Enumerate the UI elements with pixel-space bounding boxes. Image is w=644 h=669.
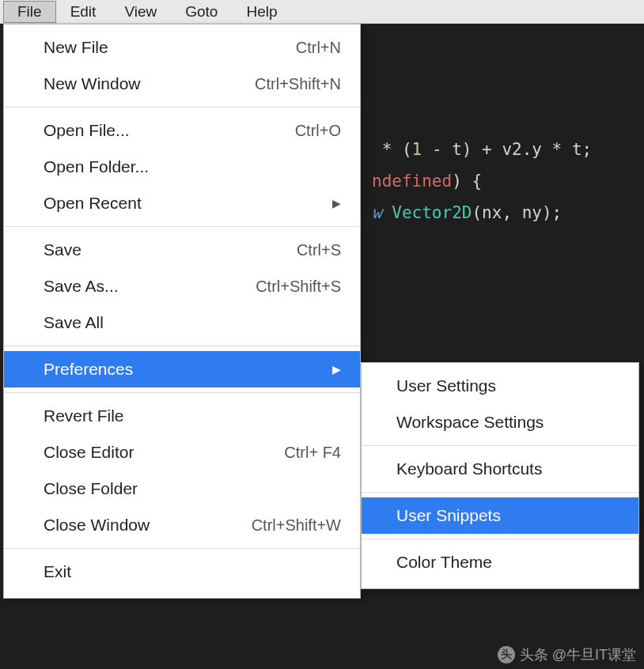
file-menu-dropdown: New FileCtrl+NNew WindowCtrl+Shift+NOpen… [3,24,361,599]
menubar: FileEditViewGotoHelp [0,0,644,24]
submenu-item-color-theme[interactable]: Color Theme [362,544,638,580]
menu-item-open-file[interactable]: Open File...Ctrl+O [4,112,360,149]
menu-help[interactable]: Help [232,1,291,23]
menu-item-close-window[interactable]: Close WindowCtrl+Shift+W [4,507,360,543]
menu-item-label: Open File... [44,121,295,140]
menu-item-shortcut: Ctrl+Shift+S [256,278,341,296]
menu-item-label: Save As... [44,277,256,296]
submenu-item-workspace-settings[interactable]: Workspace Settings [362,404,638,440]
menu-item-open-recent[interactable]: Open Recent▶ [4,185,360,221]
menu-item-label: Preferences [44,360,332,379]
code-token: * ( [372,140,412,159]
code-token: ) { [452,172,482,191]
chevron-right-icon: ▶ [332,197,341,210]
menu-item-save[interactable]: SaveCtrl+S [4,232,360,268]
menu-item-exit[interactable]: Exit [4,554,360,590]
watermark-text: 头条 @牛旦IT课堂 [520,645,636,664]
menu-view[interactable]: View [110,1,171,23]
code-token: Vector2D [382,203,472,222]
submenu-item-label: Keyboard Shortcuts [396,459,542,478]
menu-item-label: Save All [44,313,341,332]
menu-item-label: Open Folder... [44,157,341,176]
code-token: - t) + v2.y * t; [422,140,592,159]
watermark-icon: 头 [498,646,515,663]
menu-separator [4,107,360,108]
menu-separator [362,445,638,446]
menu-separator [362,492,638,493]
menu-item-open-folder[interactable]: Open Folder... [4,149,360,185]
menu-item-shortcut: Ctrl+Shift+N [255,75,341,93]
menu-item-close-editor[interactable]: Close EditorCtrl+ F4 [4,434,360,471]
menu-item-new-window[interactable]: New WindowCtrl+Shift+N [4,66,360,102]
submenu-item-label: User Snippets [396,506,501,525]
submenu-item-user-settings[interactable]: User Settings [362,368,638,404]
menu-separator [362,539,638,539]
menu-item-close-folder[interactable]: Close Folder [4,471,360,507]
menu-goto[interactable]: Goto [171,1,232,23]
menu-separator [4,226,360,227]
menu-item-label: Open Recent [44,194,332,213]
menu-item-save-all[interactable]: Save All [4,304,360,341]
menu-file[interactable]: File [3,1,56,23]
submenu-item-label: User Settings [396,376,496,395]
menu-item-label: Save [44,240,297,259]
menu-item-shortcut: Ctrl+Shift+W [252,516,341,535]
preferences-submenu: User SettingsWorkspace SettingsKeyboard … [361,362,639,589]
code-token: (nx, ny); [472,203,562,222]
menu-item-label: Exit [44,562,341,581]
watermark: 头 头条 @牛旦IT课堂 [498,645,636,664]
menu-item-shortcut: Ctrl+N [296,39,341,57]
menu-item-revert-file[interactable]: Revert File [4,398,360,434]
menu-item-label: Close Editor [44,443,284,462]
menu-item-label: Close Folder [44,479,341,498]
menu-separator [4,346,360,346]
menu-item-new-file[interactable]: New FileCtrl+N [4,29,360,66]
chevron-right-icon: ▶ [332,363,341,376]
menu-item-shortcut: Ctrl+O [295,122,341,140]
menu-item-preferences[interactable]: Preferences▶ [4,351,360,387]
menu-edit[interactable]: Edit [56,1,111,23]
menu-item-label: Revert File [44,406,341,425]
submenu-item-label: Workspace Settings [396,413,544,432]
submenu-item-user-snippets[interactable]: User Snippets [362,497,638,534]
code-token: ndefined [372,172,452,191]
submenu-item-label: Color Theme [396,553,492,572]
menu-item-label: New Window [44,74,255,93]
code-token: 1 [412,140,422,159]
menu-item-shortcut: Ctrl+S [297,241,341,259]
menu-item-shortcut: Ctrl+ F4 [284,444,341,462]
submenu-item-keyboard-shortcuts[interactable]: Keyboard Shortcuts [362,451,638,487]
menu-item-label: Close Window [44,516,252,535]
menu-item-label: New File [44,38,296,57]
menu-separator [4,548,360,549]
menu-separator [4,392,360,393]
code-token: w [372,203,382,222]
menu-item-save-as[interactable]: Save As...Ctrl+Shift+S [4,268,360,304]
